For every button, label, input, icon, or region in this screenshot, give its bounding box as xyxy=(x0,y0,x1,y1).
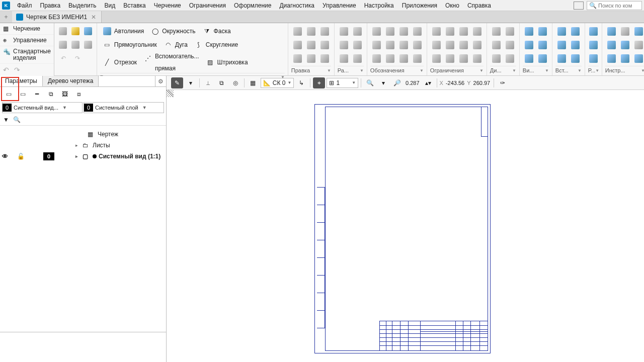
tools-tool-9[interactable] xyxy=(632,52,644,65)
menu-help[interactable]: Справка xyxy=(463,1,495,11)
menu-format[interactable]: Оформление xyxy=(230,1,275,11)
auxline-button[interactable]: ⋰Вспомогатель...прямая xyxy=(141,52,201,73)
constr-tool-7[interactable] xyxy=(457,39,470,51)
constr-tool-2[interactable] xyxy=(444,25,456,38)
autoline-button[interactable]: Автолиния xyxy=(100,25,146,37)
diag-tool-4[interactable] xyxy=(504,39,516,51)
tools-tool-1[interactable] xyxy=(605,25,618,38)
dim-tool-5[interactable] xyxy=(338,52,350,65)
tab-parameters[interactable]: Параметры xyxy=(0,76,43,86)
tools-tool-4[interactable] xyxy=(605,39,618,51)
edit-tool-9[interactable] xyxy=(318,52,331,65)
circle-button[interactable]: ◯Окружность xyxy=(148,25,197,37)
view-tool-2[interactable] xyxy=(536,25,549,38)
rep-tool-1[interactable] xyxy=(588,25,599,38)
constr-dropdown-icon[interactable]: ▼ xyxy=(479,68,484,73)
new-tab-button[interactable]: ＋ xyxy=(0,11,12,23)
arc-button[interactable]: ◠Дуга xyxy=(161,39,190,51)
edit-dropdown-icon[interactable]: ▼ xyxy=(327,68,331,73)
zoom-lens-icon[interactable]: 🔎 xyxy=(391,77,403,88)
tools-tool-6[interactable] xyxy=(632,39,644,51)
insert-tool-2[interactable] xyxy=(569,25,582,38)
tools-tool-8[interactable] xyxy=(619,52,631,65)
view-tool-5[interactable] xyxy=(523,52,535,65)
rectangle-button[interactable]: ▭Прямоугольник xyxy=(100,39,159,51)
menu-manage[interactable]: Управление xyxy=(318,1,360,11)
new-file-button[interactable] xyxy=(57,25,68,37)
magnet-icon[interactable]: ⌖ xyxy=(313,77,325,88)
frame-icon[interactable]: ⧈ xyxy=(73,89,85,99)
constr-tool-9[interactable] xyxy=(430,52,443,65)
constr-tool-3[interactable] xyxy=(457,25,470,38)
menu-apps[interactable]: Приложения xyxy=(398,1,441,11)
edit-tool-1[interactable] xyxy=(291,25,304,38)
command-search-input[interactable] xyxy=(598,3,643,9)
redo-button[interactable]: ↷ xyxy=(14,66,23,75)
page-icon[interactable]: ▭ xyxy=(17,89,28,99)
diag-tool-1[interactable] xyxy=(490,25,503,38)
window-layout-icon[interactable] xyxy=(574,2,584,10)
rep-tool-2[interactable] xyxy=(588,39,599,51)
dim-tool-4[interactable] xyxy=(351,39,364,51)
view-dropdown-icon[interactable]: ▼ xyxy=(545,68,549,73)
edit-tool-8[interactable] xyxy=(305,52,317,65)
menu-drafting[interactable]: Черчение xyxy=(150,1,185,11)
dim-dropdown-icon[interactable]: ▼ xyxy=(360,68,364,73)
diag-tool-6[interactable] xyxy=(504,52,516,65)
menu-window[interactable]: Окно xyxy=(441,1,463,11)
tree-sheets[interactable]: ▸ 🗀 Листы xyxy=(0,140,166,151)
annot-tool-8[interactable] xyxy=(411,39,424,51)
expand-icon[interactable]: ▸ xyxy=(75,154,80,159)
rep-tool-3[interactable] xyxy=(588,52,599,65)
ruler-origin-icon[interactable] xyxy=(167,90,174,97)
constr-tool-10[interactable] xyxy=(444,52,456,65)
toolset-stdparts[interactable]: 🔩 Стандартные изделия xyxy=(0,46,54,64)
insert-tool-5[interactable] xyxy=(555,52,568,65)
annot-tool-3[interactable] xyxy=(397,25,410,38)
annot-tool-5[interactable] xyxy=(370,39,383,51)
constr-tool-11[interactable] xyxy=(457,52,470,65)
diag-tool-5[interactable] xyxy=(490,52,503,65)
menu-settings[interactable]: Настройка xyxy=(360,1,398,11)
view-tool-4[interactable] xyxy=(536,39,549,51)
print-preview-button[interactable] xyxy=(70,39,80,51)
visibility-icon[interactable]: 👁 xyxy=(2,153,9,160)
menu-constraints[interactable]: Ограничения xyxy=(185,1,230,11)
annot-tool-12[interactable] xyxy=(411,52,424,65)
dim-tool-3[interactable] xyxy=(338,39,350,51)
annot-tool-1[interactable] xyxy=(370,25,383,38)
dim-tool-6[interactable] xyxy=(351,52,364,65)
tree-root[interactable]: ▦ Чертеж xyxy=(0,129,166,140)
dim-tool-2[interactable] xyxy=(351,25,364,38)
zoom-fit-icon[interactable]: 🔍 xyxy=(364,77,376,88)
constr-tool-5[interactable] xyxy=(430,39,443,51)
constr-tool-4[interactable] xyxy=(471,25,484,38)
constr-tool-12[interactable] xyxy=(471,52,484,65)
annot-dropdown-icon[interactable]: ▼ xyxy=(420,68,424,73)
layer-selector[interactable]: 0 Системный слой ▼ xyxy=(84,102,164,113)
menu-insert[interactable]: Вставка xyxy=(119,1,150,11)
expand-icon[interactable]: ▸ xyxy=(75,143,80,148)
zoom-dd-icon[interactable]: ▾ xyxy=(377,77,389,88)
drawing-canvas[interactable] xyxy=(167,90,644,362)
fillet-button[interactable]: ⟆Скругление xyxy=(192,39,240,51)
rep-dropdown-icon[interactable]: ▼ xyxy=(595,68,599,73)
page-setup-button[interactable] xyxy=(83,39,94,51)
annot-tool-2[interactable] xyxy=(384,25,396,38)
menu-view[interactable]: Вид xyxy=(100,1,119,11)
view-tool-1[interactable] xyxy=(523,25,535,38)
tab-drawing-tree[interactable]: Дерево чертежа xyxy=(43,76,99,86)
view-tool-6[interactable] xyxy=(536,52,549,65)
geometry-dropdown-icon[interactable]: ▼ xyxy=(281,75,285,79)
tools-tool-5[interactable] xyxy=(619,39,631,51)
axis-icon[interactable]: ↳ xyxy=(295,77,307,88)
image-icon[interactable]: 🖼 xyxy=(59,89,70,99)
edit-tool-2[interactable] xyxy=(305,25,317,38)
lock-icon[interactable]: 🔓 xyxy=(17,153,25,160)
document-tab[interactable]: Чертеж БЕЗ ИМЕНИ1 ✕ xyxy=(12,11,102,23)
tools-dropdown-icon[interactable]: ▼ xyxy=(641,68,644,73)
open-file-button[interactable] xyxy=(70,25,80,37)
edit-tool-7[interactable] xyxy=(291,52,304,65)
insert-tool-1[interactable] xyxy=(555,25,568,38)
zoom-stepper-icon[interactable]: ▴▾ xyxy=(422,77,434,88)
